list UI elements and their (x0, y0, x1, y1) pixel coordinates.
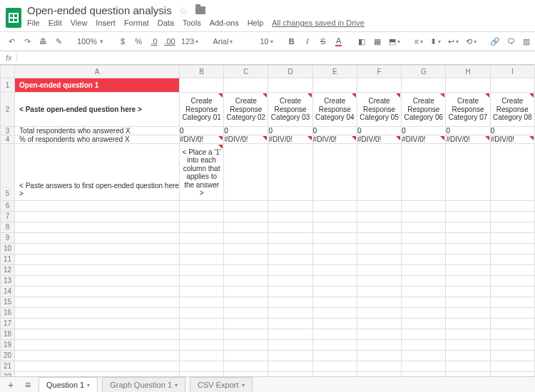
row-header[interactable]: 1 (1, 78, 15, 93)
all-sheets-button[interactable]: ≡ (21, 379, 34, 391)
cell[interactable] (357, 143, 401, 200)
cell[interactable] (446, 243, 490, 254)
cell[interactable] (357, 78, 401, 93)
save-status[interactable]: All changes saved in Drive (272, 19, 365, 27)
cell[interactable] (268, 143, 312, 200)
cell[interactable] (180, 222, 224, 232)
cell[interactable] (402, 243, 446, 254)
col-header[interactable]: E (312, 66, 357, 78)
category-header[interactable]: Create Response Category 03 (268, 93, 312, 127)
percent-value[interactable]: #DIV/0! (402, 135, 446, 143)
cell[interactable] (312, 286, 357, 296)
cell[interactable] (224, 243, 268, 254)
cell[interactable] (268, 350, 312, 361)
cell[interactable] (180, 275, 224, 286)
cell[interactable] (446, 232, 490, 243)
cell[interactable] (446, 307, 490, 318)
menu-help[interactable]: Help (248, 19, 264, 27)
add-sheet-button[interactable]: + (4, 379, 17, 391)
cell[interactable] (224, 211, 268, 222)
cell[interactable] (15, 296, 180, 307)
total-value[interactable]: 0 (490, 126, 534, 135)
cell[interactable] (402, 264, 446, 275)
cell[interactable] (268, 78, 312, 93)
cell[interactable] (402, 232, 446, 243)
menu-view[interactable]: View (71, 19, 88, 27)
cell[interactable] (268, 296, 312, 307)
cell[interactable] (312, 200, 357, 211)
cell[interactable] (268, 371, 312, 376)
rotate-button[interactable]: ⟲▾ (464, 37, 478, 46)
sheet-tab[interactable]: CSV Export▾ (190, 377, 252, 392)
percent-value[interactable]: #DIV/0! (268, 135, 312, 143)
cell[interactable] (312, 371, 357, 376)
cell[interactable] (180, 232, 224, 243)
cell[interactable] (312, 211, 357, 222)
cell[interactable] (357, 232, 401, 243)
cell[interactable] (268, 243, 312, 254)
bold-button[interactable]: B (286, 35, 297, 48)
cell[interactable] (180, 243, 224, 254)
cell[interactable] (312, 232, 357, 243)
link-icon[interactable]: 🔗 (489, 35, 501, 48)
text-color-button[interactable]: A (333, 35, 345, 48)
cell[interactable] (15, 243, 180, 254)
row-header[interactable]: 18 (1, 329, 15, 339)
cell[interactable] (224, 78, 268, 93)
percent-value[interactable]: #DIV/0! (312, 135, 357, 143)
cell[interactable] (224, 371, 268, 376)
category-header[interactable]: Create Response Category 01 (180, 93, 224, 127)
cell[interactable] (180, 371, 224, 376)
cell[interactable] (312, 143, 357, 200)
cell[interactable] (490, 286, 534, 296)
total-value[interactable]: 0 (180, 126, 224, 135)
total-value[interactable]: 0 (224, 126, 268, 135)
cell[interactable] (312, 318, 357, 329)
cell[interactable] (490, 200, 534, 211)
menu-insert[interactable]: Insert (96, 19, 116, 27)
category-header[interactable]: Create Response Category 05 (357, 93, 401, 127)
row-header[interactable]: 3 (1, 126, 15, 135)
number-format-select[interactable]: 123▾ (180, 37, 200, 46)
cell[interactable] (312, 361, 357, 371)
cell[interactable] (224, 143, 268, 200)
row-header[interactable]: 10 (1, 243, 15, 254)
cell[interactable] (180, 339, 224, 350)
cell[interactable] (490, 211, 534, 222)
answers-placeholder[interactable]: < Paste answers to first open-ended ques… (15, 143, 180, 200)
h-align-button[interactable]: ≡▾ (413, 37, 424, 46)
cell[interactable] (402, 339, 446, 350)
cell[interactable] (357, 243, 401, 254)
category-header[interactable]: Create Response Category 02 (224, 93, 268, 127)
cell[interactable] (357, 264, 401, 275)
cell[interactable] (15, 254, 180, 264)
cell[interactable] (224, 254, 268, 264)
cell[interactable] (15, 361, 180, 371)
category-header[interactable]: Create Response Category 07 (446, 93, 490, 127)
cell[interactable] (490, 264, 534, 275)
cell[interactable] (180, 78, 224, 93)
cell[interactable] (224, 318, 268, 329)
category-header[interactable]: Create Response Category 04 (312, 93, 357, 127)
currency-button[interactable]: $ (117, 35, 128, 48)
cell[interactable] (402, 200, 446, 211)
total-value[interactable]: 0 (357, 126, 401, 135)
col-header[interactable]: F (357, 66, 401, 78)
cell[interactable] (402, 329, 446, 339)
cell[interactable] (402, 254, 446, 264)
cell[interactable] (224, 296, 268, 307)
row-header[interactable]: 11 (1, 254, 15, 264)
cell[interactable] (490, 275, 534, 286)
row-header[interactable]: 9 (1, 232, 15, 243)
cell[interactable] (402, 275, 446, 286)
cell[interactable] (180, 307, 224, 318)
cell[interactable] (357, 329, 401, 339)
cell[interactable] (268, 318, 312, 329)
cell[interactable] (490, 254, 534, 264)
cell[interactable] (15, 307, 180, 318)
cell[interactable] (402, 350, 446, 361)
percent-value[interactable]: #DIV/0! (180, 135, 224, 143)
cell[interactable] (224, 307, 268, 318)
cell[interactable] (446, 329, 490, 339)
cell[interactable] (312, 275, 357, 286)
